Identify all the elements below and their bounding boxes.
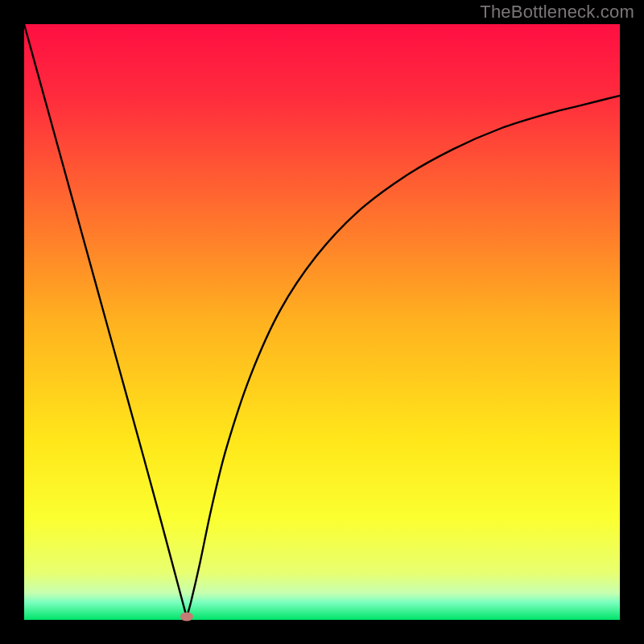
chart-frame: TheBottleneck.com [0,0,644,644]
curve-left-branch [24,24,187,617]
watermark-text: TheBottleneck.com [480,2,634,23]
bottleneck-curve [24,24,620,620]
optimum-marker [180,613,193,621]
curve-right-branch [187,96,620,617]
